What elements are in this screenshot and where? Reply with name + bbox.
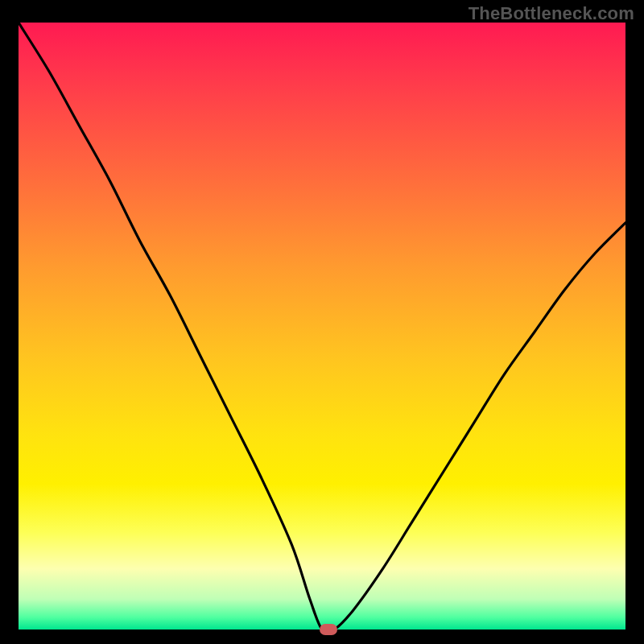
plot-area	[19, 23, 625, 630]
bottleneck-curve	[19, 23, 625, 630]
current-point-marker	[320, 624, 337, 635]
chart-frame: TheBottleneck.com	[0, 0, 644, 644]
watermark-text: TheBottleneck.com	[469, 3, 634, 24]
